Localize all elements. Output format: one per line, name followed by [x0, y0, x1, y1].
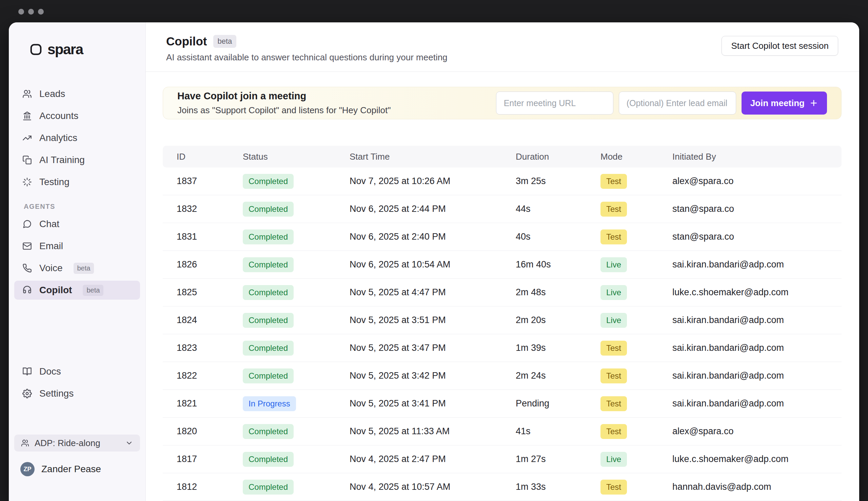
sidebar-item-leads[interactable]: Leads [14, 84, 140, 103]
primary-nav: Leads Accounts Analytics [9, 84, 146, 194]
status-badge: Completed [243, 313, 294, 328]
mode-badge: Test [601, 369, 627, 383]
session-duration: 1m 27s [516, 454, 601, 465]
session-id: 1824 [177, 315, 243, 326]
session-initiated-by: alex@spara.co [673, 176, 841, 186]
join-meeting-button[interactable]: Join meeting [742, 92, 827, 115]
join-meeting-label: Join meeting [750, 98, 805, 108]
session-start-time: Nov 5, 2025 at 3:51 PM [350, 315, 516, 326]
session-duration: 2m 48s [516, 287, 601, 298]
sidebar-item-settings[interactable]: Settings [14, 384, 140, 403]
loader-icon [22, 177, 32, 187]
mail-icon [22, 241, 32, 251]
session-initiated-by: stan@spara.co [673, 232, 841, 242]
session-id: 1822 [177, 371, 243, 381]
session-id: 1837 [177, 176, 243, 186]
session-start-time: Nov 5, 2025 at 3:42 PM [350, 371, 516, 381]
column-header-status: Status [243, 151, 350, 162]
mode-badge: Test [601, 174, 627, 189]
lead-email-input[interactable] [619, 92, 736, 115]
table-row[interactable]: 1831 Completed Nov 6, 2025 at 2:40 PM 40… [163, 223, 841, 251]
status-badge: Completed [243, 424, 294, 439]
session-start-time: Nov 5, 2025 at 3:41 PM [350, 398, 516, 409]
session-id: 1823 [177, 343, 243, 353]
session-start-time: Nov 7, 2025 at 10:26 AM [350, 176, 516, 186]
session-initiated-by: sai.kiran.bandari@adp.com [673, 315, 841, 326]
column-header-id: ID [177, 151, 243, 162]
copilot-beta-badge: beta [83, 285, 103, 296]
column-header-start-time: Start Time [350, 151, 516, 162]
session-duration: Pending [516, 398, 601, 409]
mode-badge: Test [601, 230, 627, 244]
book-open-icon [22, 367, 32, 376]
session-initiated-by: sai.kiran.bandari@adp.com [673, 398, 841, 409]
join-card-title: Have Copilot join a meeting [177, 90, 391, 102]
gear-icon [22, 389, 32, 398]
session-initiated-by: sai.kiran.bandari@adp.com [673, 259, 841, 270]
window-close-button[interactable] [18, 9, 24, 14]
session-duration: 3m 25s [516, 176, 601, 186]
chat-bubble-icon [22, 219, 32, 229]
window-minimize-button[interactable] [28, 9, 34, 14]
status-badge: Completed [243, 369, 294, 383]
main-content: Copilot beta AI assistant available to a… [146, 22, 859, 501]
logo-wordmark: spara [47, 41, 83, 57]
table-row[interactable]: 1822 Completed Nov 5, 2025 at 3:42 PM 2m… [163, 362, 841, 390]
column-header-mode: Mode [601, 151, 673, 162]
sidebar-item-copilot[interactable]: Copilot beta [14, 281, 140, 300]
table-row[interactable]: 1825 Completed Nov 5, 2025 at 4:47 PM 2m… [163, 279, 841, 307]
session-id: 1812 [177, 482, 243, 492]
table-row[interactable]: 1824 Completed Nov 5, 2025 at 3:51 PM 2m… [163, 307, 841, 334]
status-badge: Completed [243, 285, 294, 300]
app-window: spara Leads Accounts [9, 22, 859, 501]
mode-badge: Live [601, 452, 627, 467]
status-badge: Completed [243, 202, 294, 216]
workspace-label: ADP: Ride-along [34, 438, 100, 448]
mode-badge: Live [601, 257, 627, 272]
sessions-table-body: 1837 Completed Nov 7, 2025 at 10:26 AM 3… [163, 168, 841, 501]
table-row[interactable]: 1820 Completed Nov 5, 2025 at 11:33 AM 4… [163, 418, 841, 445]
table-row[interactable]: 1817 Completed Nov 4, 2025 at 2:47 PM 1m… [163, 445, 841, 473]
users-icon [22, 89, 32, 99]
session-duration: 2m 24s [516, 371, 601, 381]
spara-logo-icon [29, 43, 43, 56]
table-row[interactable]: 1812 Completed Nov 4, 2025 at 10:57 AM 1… [163, 473, 841, 501]
sidebar-item-email[interactable]: Email [14, 237, 140, 256]
users-icon [21, 439, 29, 447]
session-initiated-by: luke.c.shoemaker@adp.com [673, 454, 841, 465]
table-row[interactable]: 1821 In Progress Nov 5, 2025 at 3:41 PM … [163, 390, 841, 418]
window-zoom-button[interactable] [38, 9, 44, 14]
session-start-time: Nov 5, 2025 at 3:47 PM [350, 343, 516, 353]
table-row[interactable]: 1826 Completed Nov 6, 2025 at 10:54 AM 1… [163, 251, 841, 279]
session-start-time: Nov 4, 2025 at 2:47 PM [350, 454, 516, 465]
session-start-time: Nov 6, 2025 at 2:40 PM [350, 232, 516, 242]
status-badge: Completed [243, 480, 294, 494]
meeting-url-input[interactable] [496, 92, 613, 115]
session-duration: 2m 20s [516, 315, 601, 326]
table-row[interactable]: 1837 Completed Nov 7, 2025 at 10:26 AM 3… [163, 168, 841, 195]
table-row[interactable]: 1832 Completed Nov 6, 2025 at 2:44 PM 44… [163, 195, 841, 223]
user-profile[interactable]: ZP Zander Pease [9, 460, 146, 479]
sidebar-item-accounts[interactable]: Accounts [14, 106, 140, 125]
mode-badge: Live [601, 285, 627, 300]
workspace-selector[interactable]: ADP: Ride-along [14, 435, 140, 451]
table-row[interactable]: 1823 Completed Nov 5, 2025 at 3:47 PM 1m… [163, 334, 841, 362]
sidebar-item-analytics[interactable]: Analytics [14, 128, 140, 148]
sidebar-item-chat[interactable]: Chat [14, 215, 140, 234]
desktop-background: spara Leads Accounts [0, 0, 868, 501]
sidebar: spara Leads Accounts [9, 22, 146, 501]
sidebar-item-docs[interactable]: Docs [14, 362, 140, 381]
sidebar-item-testing[interactable]: Testing [14, 172, 140, 192]
session-id: 1825 [177, 287, 243, 298]
sidebar-item-label: Testing [39, 177, 70, 188]
start-test-session-button[interactable]: Start Copilot test session [721, 36, 838, 56]
app-logo: spara [29, 42, 146, 57]
mode-badge: Live [601, 313, 627, 328]
mode-badge: Test [601, 424, 627, 439]
sidebar-item-label: Accounts [39, 110, 78, 121]
status-badge: Completed [243, 174, 294, 189]
sidebar-item-label: AI Training [39, 154, 85, 166]
sidebar-spacer [9, 303, 146, 362]
sidebar-item-ai-training[interactable]: AI Training [14, 150, 140, 170]
sidebar-item-voice[interactable]: Voice beta [14, 259, 140, 278]
